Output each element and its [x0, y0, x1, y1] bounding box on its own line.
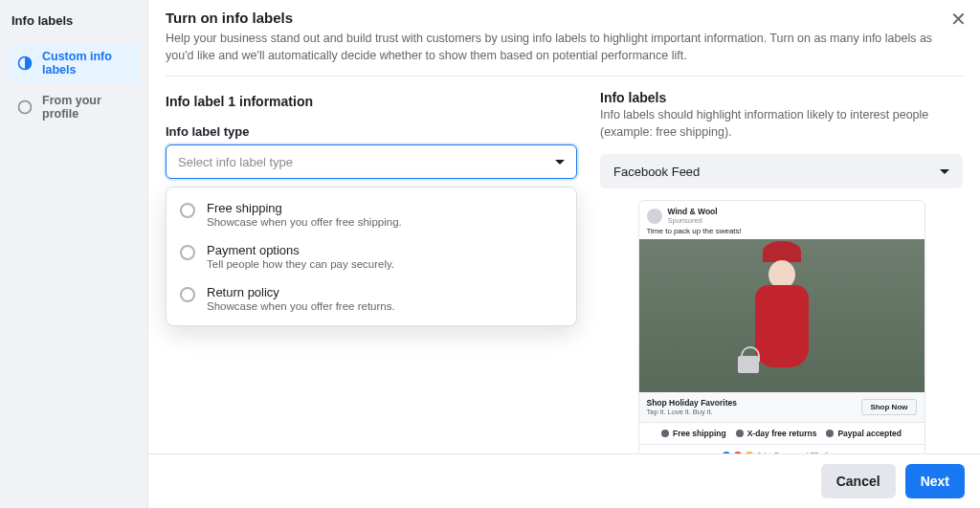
info-label-type-select[interactable]: Select info label type	[166, 144, 577, 179]
ad-preview: Wind & Wool Sponsored Time to pack up th…	[638, 200, 925, 453]
radio-icon	[180, 287, 195, 302]
preview-column: Info labels Info labels should highlight…	[600, 90, 963, 453]
ad-caption: Time to pack up the sweats!	[639, 227, 924, 239]
ad-sponsored: Sponsored	[668, 216, 718, 225]
ad-headline: Shop Holiday Favorites	[647, 398, 737, 408]
option-title: Free shipping	[207, 201, 402, 215]
feed-select-value: Facebook Feed	[613, 165, 700, 179]
info-label-type-dropdown: Free shipping Showcase when you offer fr…	[166, 187, 577, 326]
option-desc: Showcase when you offer free shipping.	[207, 216, 402, 228]
avatar	[647, 209, 662, 224]
main-panel: Turn on info labels Help your business s…	[148, 0, 980, 508]
option-title: Return policy	[207, 285, 395, 299]
return-icon	[736, 430, 744, 437]
page-subtitle: Help your business stand out and build t…	[166, 30, 950, 64]
radio-icon	[180, 203, 195, 218]
svg-point-1	[19, 101, 32, 114]
chevron-down-icon	[555, 160, 565, 165]
pill-free-shipping: Free shipping	[661, 429, 726, 438]
half-circle-icon	[17, 55, 33, 71]
option-free-shipping[interactable]: Free shipping Showcase when you offer fr…	[167, 193, 576, 235]
paypal-icon	[826, 430, 834, 437]
cancel-button[interactable]: Cancel	[821, 464, 896, 498]
feed-select[interactable]: Facebook Feed	[600, 154, 963, 188]
sidebar-title: Info labels	[0, 10, 147, 43]
sidebar-item-label: Custom info labels	[42, 50, 130, 77]
header: Turn on info labels Help your business s…	[148, 0, 980, 76]
radio-icon	[180, 245, 195, 260]
page-title: Turn on info labels	[166, 10, 963, 26]
form-column: Info label 1 information Info label type…	[166, 90, 577, 453]
option-desc: Showcase when you offer free returns.	[207, 300, 395, 312]
ad-brand: Wind & Wool	[668, 207, 718, 216]
option-payment-options[interactable]: Payment options Tell people how they can…	[167, 235, 576, 277]
pill-free-returns: X-day free returns	[736, 429, 817, 438]
preview-desc: Info labels should highlight information…	[600, 107, 963, 141]
truck-icon	[661, 430, 669, 437]
close-icon[interactable]: ✕	[950, 8, 967, 31]
option-title: Payment options	[207, 243, 394, 257]
shop-now-button[interactable]: Shop Now	[861, 399, 916, 415]
chevron-down-icon	[940, 169, 949, 174]
section-title: Info label 1 information	[166, 94, 577, 109]
ad-subline: Tap it. Love it. Buy it.	[647, 408, 737, 416]
option-desc: Tell people how they can pay securely.	[207, 258, 394, 270]
preview-title: Info labels	[600, 90, 963, 105]
ad-image	[639, 239, 924, 392]
circle-outline-icon	[17, 99, 33, 115]
sidebar-item-custom-info-labels[interactable]: Custom info labels	[8, 43, 140, 83]
sidebar-item-label: From your profile	[42, 94, 130, 121]
field-label-info-label-type: Info label type	[166, 124, 577, 139]
sidebar-item-from-your-profile[interactable]: From your profile	[8, 87, 140, 127]
select-placeholder: Select info label type	[178, 155, 293, 169]
pill-paypal: Paypal accepted	[826, 429, 902, 438]
info-label-pills: Free shipping X-day free returns Paypal …	[639, 422, 924, 445]
footer: Cancel Next	[148, 453, 980, 508]
option-return-policy[interactable]: Return policy Showcase when you offer fr…	[167, 277, 576, 320]
sidebar: Info labels Custom info labels From your…	[0, 0, 148, 508]
next-button[interactable]: Next	[905, 464, 965, 498]
